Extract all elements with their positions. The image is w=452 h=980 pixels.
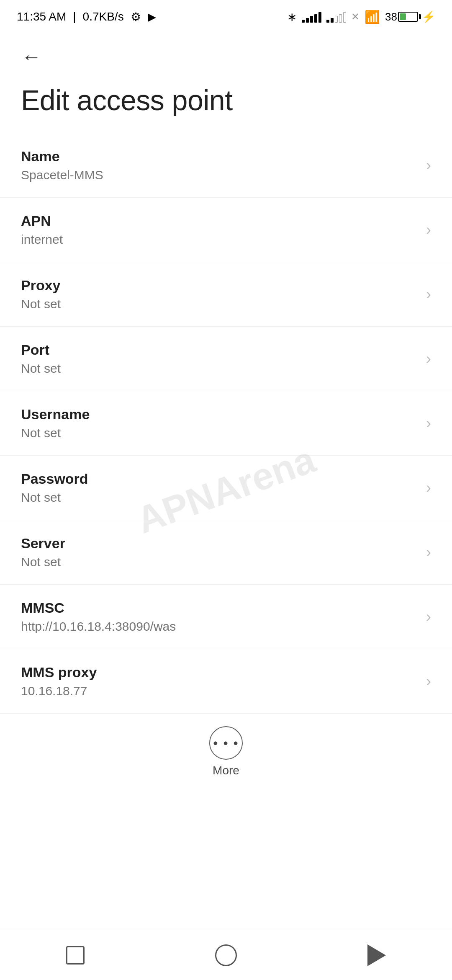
signal-bar (318, 12, 321, 23)
more-icon: • • • (209, 726, 243, 760)
status-separator: | (73, 10, 76, 23)
home-button[interactable] (207, 936, 245, 974)
settings-item-value-mmsc: http://10.16.18.4:38090/was (21, 619, 426, 634)
signal-bar-empty (343, 12, 346, 23)
settings-item-content-apn: APN internet (21, 213, 426, 247)
bluetooth-icon: ∗ (287, 10, 297, 24)
back-button[interactable]: ← (17, 42, 46, 71)
signal-bar (314, 14, 317, 23)
chevron-right-icon: › (426, 286, 431, 303)
settings-item-content-name: Name Spacetel-MMS (21, 148, 426, 182)
settings-item-mmsc[interactable]: MMSC http://10.16.18.4:38090/was › (0, 585, 452, 649)
back-triangle-icon (367, 944, 386, 966)
settings-item-proxy[interactable]: Proxy Not set › (0, 262, 452, 327)
more-label: More (213, 764, 239, 777)
bottom-nav-bar (0, 930, 452, 980)
settings-icon: ⚙ (131, 10, 141, 24)
more-section: • • • More (0, 714, 452, 786)
top-nav: ← (0, 34, 452, 75)
settings-item-value-username: Not set (21, 426, 426, 440)
settings-item-password[interactable]: Password Not set › (0, 456, 452, 520)
settings-item-title-mms-proxy: MMS proxy (21, 664, 426, 681)
battery-tip (419, 14, 421, 19)
signal-bar (306, 18, 309, 23)
settings-list: Name Spacetel-MMS › APN internet › Proxy… (0, 133, 452, 714)
settings-item-username[interactable]: Username Not set › (0, 391, 452, 456)
settings-item-value-server: Not set (21, 555, 426, 569)
settings-item-content-port: Port Not set (21, 342, 426, 376)
settings-item-content-mms-proxy: MMS proxy 10.16.18.77 (21, 664, 426, 698)
settings-item-title-proxy: Proxy (21, 277, 426, 294)
settings-item-value-port: Not set (21, 361, 426, 376)
settings-item-title-username: Username (21, 406, 426, 423)
camera-icon: ▶ (148, 10, 156, 23)
more-dots-icon: • • • (213, 735, 239, 751)
settings-item-title-password: Password (21, 471, 426, 487)
chevron-right-icon: › (426, 221, 431, 239)
signal-bar (310, 16, 313, 23)
settings-item-title-name: Name (21, 148, 426, 165)
status-time: 11:35 AM (17, 10, 66, 23)
chevron-right-icon: › (426, 350, 431, 368)
wifi-icon: 📶 (365, 10, 380, 24)
settings-item-title-port: Port (21, 342, 426, 358)
chevron-right-icon: › (426, 479, 431, 497)
recent-apps-button[interactable] (56, 936, 94, 974)
settings-item-mms-proxy[interactable]: MMS proxy 10.16.18.77 › (0, 649, 452, 714)
back-arrow-icon: ← (21, 45, 41, 68)
signal-bar-empty (339, 14, 342, 23)
settings-item-value-name: Spacetel-MMS (21, 168, 426, 182)
no-signal-icon: ✕ (351, 11, 360, 23)
battery-fill (400, 13, 406, 20)
settings-item-content-proxy: Proxy Not set (21, 277, 426, 311)
settings-item-content-mmsc: MMSC http://10.16.18.4:38090/was (21, 600, 426, 634)
chevron-right-icon: › (426, 608, 431, 626)
settings-item-value-password: Not set (21, 490, 426, 505)
settings-item-value-proxy: Not set (21, 297, 426, 311)
signal-bar-empty (335, 16, 338, 23)
signal-bar (331, 18, 334, 23)
signal-bars-1 (302, 11, 321, 23)
status-right: ∗ ✕ 📶 38 ⚡ (287, 10, 435, 24)
status-left: 11:35 AM | 0.7KB/s ⚙ ▶ (17, 10, 156, 24)
settings-item-value-apn: internet (21, 232, 426, 247)
settings-item-title-mmsc: MMSC (21, 600, 426, 616)
chevron-right-icon: › (426, 415, 431, 432)
signal-bar (326, 20, 329, 23)
status-speed: 0.7KB/s (83, 10, 124, 23)
settings-item-server[interactable]: Server Not set › (0, 520, 452, 585)
settings-item-value-mms-proxy: 10.16.18.77 (21, 684, 426, 698)
battery-indicator: 38 ⚡ (385, 10, 435, 23)
chevron-right-icon: › (426, 544, 431, 561)
square-icon (66, 946, 85, 965)
settings-item-content-server: Server Not set (21, 535, 426, 569)
settings-item-title-apn: APN (21, 213, 426, 229)
page-title: Edit access point (0, 75, 452, 133)
chevron-right-icon: › (426, 673, 431, 690)
battery-body (398, 12, 418, 22)
settings-item-name[interactable]: Name Spacetel-MMS › (0, 133, 452, 198)
settings-item-port[interactable]: Port Not set › (0, 327, 452, 391)
settings-item-content-password: Password Not set (21, 471, 426, 505)
more-button[interactable]: • • • More (209, 726, 243, 777)
signal-bars-2 (326, 11, 346, 23)
chevron-right-icon: › (426, 157, 431, 174)
signal-bar (302, 20, 305, 23)
status-bar: 11:35 AM | 0.7KB/s ⚙ ▶ ∗ ✕ 📶 38 (0, 0, 452, 34)
back-nav-button[interactable] (358, 936, 396, 974)
settings-item-content-username: Username Not set (21, 406, 426, 440)
settings-item-title-server: Server (21, 535, 426, 552)
home-circle-icon (215, 944, 237, 966)
settings-item-apn[interactable]: APN internet › (0, 198, 452, 262)
